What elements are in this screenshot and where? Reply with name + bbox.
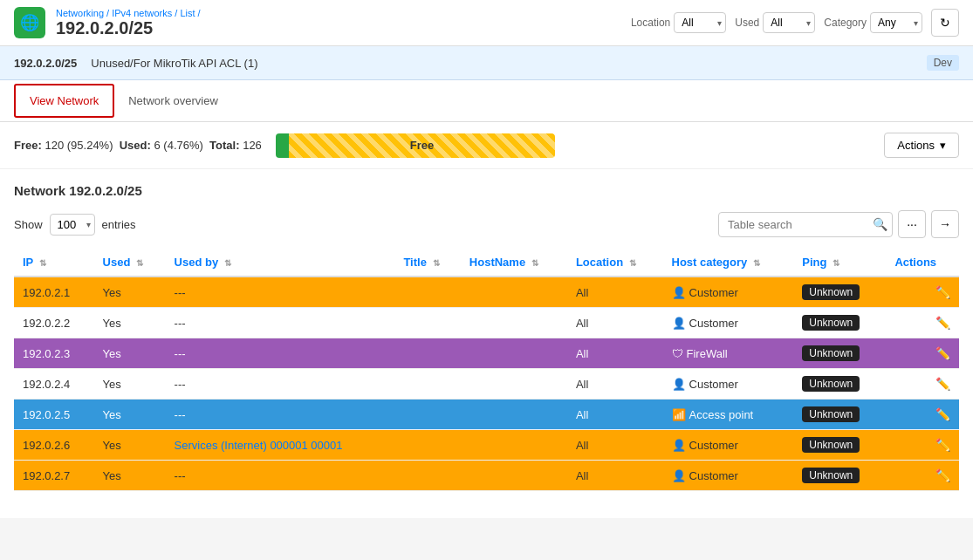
edit-icon[interactable]: ✏️	[935, 377, 950, 391]
category-select[interactable]: Any	[870, 12, 922, 33]
actions-chevron-icon: ▾	[940, 139, 946, 152]
col-hostname[interactable]: HostName ⇅	[461, 249, 567, 277]
tab-network-overview[interactable]: Network overview	[114, 80, 232, 121]
col-used[interactable]: Used ⇅	[94, 249, 166, 277]
cell-actions: ✏️	[886, 338, 959, 369]
table-row: 192.0.2.5 Yes --- All 📶Access point Unkn…	[14, 400, 959, 430]
host-category-icon: 👤	[672, 439, 686, 452]
category-filter-group: Category Any	[824, 12, 922, 33]
col-host-category-label: Host category	[672, 256, 748, 269]
used-by-value: ---	[175, 469, 186, 482]
edit-icon[interactable]: ✏️	[935, 316, 950, 330]
edit-icon[interactable]: ✏️	[935, 468, 950, 482]
table-controls: Show 10 25 50 100 entries 🔍 ··· →	[14, 210, 959, 238]
page-title: 192.0.2.0/25	[56, 18, 620, 38]
location-filter-group: Location All	[631, 12, 726, 33]
ping-badge: Unknown	[802, 315, 860, 331]
used-select-wrap: All	[763, 12, 815, 33]
breadcrumb-networking[interactable]: Networking / IPv4 networks / List /	[56, 8, 201, 18]
cell-used: Yes	[94, 338, 166, 369]
host-category-icon: 👤	[672, 469, 686, 482]
cell-location: All	[567, 400, 663, 430]
tabs-area: View Network Network overview	[0, 80, 973, 122]
table-row: 192.0.2.2 Yes --- All 👤Customer Unknown …	[14, 308, 959, 338]
location-select-wrap: All	[674, 12, 726, 33]
logo-icon: 🌐	[14, 7, 45, 38]
refresh-button[interactable]: ↻	[931, 9, 959, 37]
used-value: Yes	[103, 469, 121, 482]
cell-actions: ✏️	[886, 277, 959, 308]
cell-ping: Unknown	[793, 369, 886, 400]
cell-hostname	[461, 461, 567, 491]
col-title-sort-icon: ⇅	[433, 258, 440, 268]
breadcrumb: Networking / IPv4 networks / List /	[56, 8, 620, 18]
globe-icon: 🌐	[20, 13, 39, 32]
cell-title	[394, 400, 460, 430]
cell-used: Yes	[94, 400, 166, 430]
tab-view-network[interactable]: View Network	[14, 84, 114, 118]
search-icon-button[interactable]: 🔍	[873, 217, 887, 231]
col-ping-sort-icon: ⇅	[833, 258, 839, 268]
cell-hostname	[461, 400, 567, 430]
col-used-by[interactable]: Used by ⇅	[166, 249, 395, 277]
cell-ip: 192.0.2.4	[14, 369, 94, 400]
edit-icon[interactable]: ✏️	[935, 285, 950, 299]
location-select[interactable]: All	[674, 12, 726, 33]
cell-used-by: Services (Internet) 000001 00001	[166, 430, 395, 461]
free-pct: 95.24%	[71, 139, 109, 152]
cell-used-by: ---	[166, 277, 395, 308]
col-hostname-sort-icon: ⇅	[531, 258, 538, 268]
cell-host-category: 👤Customer	[663, 369, 794, 400]
entries-select[interactable]: 10 25 50 100	[50, 214, 95, 236]
search-input[interactable]	[718, 212, 893, 237]
used-by-value: ---	[175, 317, 186, 330]
stats-bar: Free: 120 (95.24%) Used: 6 (4.76%) Total…	[0, 122, 973, 169]
cell-title	[394, 277, 460, 308]
host-category-icon: 🛡	[672, 347, 683, 360]
cell-ip: 192.0.2.5	[14, 400, 94, 430]
col-host-category-sort-icon: ⇅	[753, 258, 760, 268]
cell-used: Yes	[94, 430, 166, 461]
arrow-button[interactable]: →	[931, 210, 959, 238]
table-row: 192.0.2.1 Yes --- All 👤Customer Unknown …	[14, 277, 959, 308]
cell-hostname	[461, 277, 567, 308]
col-title[interactable]: Title ⇅	[394, 249, 460, 277]
col-ping-label: Ping	[802, 256, 826, 269]
used-by-value: ---	[175, 378, 186, 391]
cell-used: Yes	[94, 277, 166, 308]
used-select[interactable]: All	[763, 12, 815, 33]
col-actions-label: Actions	[894, 256, 936, 269]
table-header-row: IP ⇅ Used ⇅ Used by ⇅ Title ⇅ HostName	[14, 249, 959, 277]
cell-host-category: 👤Customer	[663, 308, 794, 338]
cell-actions: ✏️	[886, 461, 959, 491]
ping-badge: Unknown	[802, 376, 860, 392]
cell-hostname	[461, 338, 567, 369]
cell-location: All	[567, 430, 663, 461]
cell-used-by: ---	[166, 369, 395, 400]
table-row: 192.0.2.6 Yes Services (Internet) 000001…	[14, 430, 959, 461]
dots-button[interactable]: ···	[898, 210, 926, 238]
edit-icon[interactable]: ✏️	[935, 438, 950, 452]
cell-ip: 192.0.2.1	[14, 277, 94, 308]
used-count: 6	[154, 139, 160, 152]
col-host-category[interactable]: Host category ⇅	[663, 249, 794, 277]
col-ping[interactable]: Ping ⇅	[793, 249, 886, 277]
cell-title	[394, 430, 460, 461]
col-title-label: Title	[403, 256, 427, 269]
col-ip[interactable]: IP ⇅	[14, 249, 94, 277]
edit-icon[interactable]: ✏️	[935, 346, 950, 360]
entries-select-wrap: 10 25 50 100	[50, 214, 95, 236]
col-location[interactable]: Location ⇅	[567, 249, 663, 277]
actions-button[interactable]: Actions ▾	[884, 133, 959, 158]
cell-location: All	[567, 308, 663, 338]
location-label: Location	[631, 17, 670, 29]
table-row: 192.0.2.4 Yes --- All 👤Customer Unknown …	[14, 369, 959, 400]
edit-icon[interactable]: ✏️	[935, 407, 950, 421]
free-count: 120	[45, 139, 64, 152]
col-used-sort-icon: ⇅	[136, 258, 143, 268]
cell-actions: ✏️	[886, 430, 959, 461]
used-by-link[interactable]: Services (Internet) 000001 00001	[175, 439, 343, 452]
cell-host-category: 🛡FireWall	[663, 338, 794, 369]
stats-text: Free: 120 (95.24%) Used: 6 (4.76%) Total…	[14, 139, 262, 152]
table-head: IP ⇅ Used ⇅ Used by ⇅ Title ⇅ HostName	[14, 249, 959, 277]
